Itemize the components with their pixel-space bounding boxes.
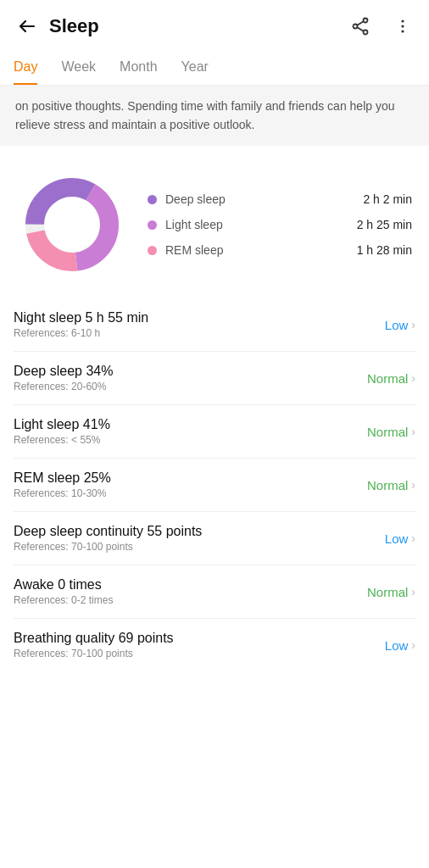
stat-night-sleep-ref: References: 6-10 h (14, 327, 148, 339)
svg-point-0 (364, 19, 368, 23)
stat-deep-continuity-status: Low (385, 531, 409, 546)
svg-point-7 (401, 30, 404, 32)
stat-awake-ref: References: 0-2 times (14, 594, 113, 606)
chevron-icon-2: › (411, 371, 415, 385)
stat-light-sleep-ref: References: < 55% (14, 434, 110, 446)
stat-light-sleep[interactable]: Light sleep 41% References: < 55% Normal… (14, 405, 415, 459)
stat-rem-sleep-main: REM sleep 25% (14, 470, 111, 486)
stat-awake-main: Awake 0 times (14, 577, 113, 593)
stat-rem-sleep-ref: References: 10-30% (14, 487, 111, 499)
chevron-icon: › (411, 318, 415, 331)
stat-light-sleep-status: Normal (367, 425, 408, 439)
stat-breathing-quality[interactable]: Breathing quality 69 points References: … (14, 619, 415, 671)
more-icon (393, 17, 412, 36)
svg-point-1 (354, 25, 358, 29)
deep-sleep-value: 2 h 2 min (363, 192, 412, 206)
stat-night-sleep-main: Night sleep 5 h 55 min (14, 310, 148, 326)
tab-year[interactable]: Year (181, 49, 209, 85)
stat-night-sleep[interactable]: Night sleep 5 h 55 min References: 6-10 … (14, 298, 415, 352)
tabs-bar: Day Week Month Year (0, 49, 429, 86)
chevron-icon-6: › (411, 585, 415, 598)
stat-night-sleep-status: Low (385, 318, 409, 332)
stat-light-sleep-main: Light sleep 41% (14, 417, 110, 432)
chevron-icon-7: › (411, 638, 415, 652)
back-arrow-icon (17, 16, 37, 36)
header-icons (346, 12, 415, 41)
donut-chart (17, 170, 127, 280)
sleep-legend: Deep sleep 2 h 2 min Light sleep 2 h 25 … (148, 192, 412, 257)
chevron-icon-5: › (411, 531, 415, 545)
legend-light-sleep: Light sleep 2 h 25 min (148, 218, 412, 231)
deep-sleep-label: Deep sleep (165, 192, 354, 206)
header: Sleep (0, 0, 429, 49)
stat-deep-sleep-ref: References: 20-60% (14, 381, 113, 392)
stat-rem-sleep[interactable]: REM sleep 25% References: 10-30% Normal … (14, 459, 415, 512)
stat-deep-sleep-main: Deep sleep 34% (14, 364, 113, 379)
tab-week[interactable]: Week (61, 49, 96, 85)
stat-deep-sleep[interactable]: Deep sleep 34% References: 20-60% Normal… (14, 352, 415, 405)
back-button[interactable] (14, 13, 41, 40)
chevron-icon-4: › (411, 478, 415, 492)
svg-point-2 (364, 31, 368, 35)
svg-point-6 (401, 25, 404, 27)
chart-section: Deep sleep 2 h 2 min Light sleep 2 h 25 … (0, 146, 429, 298)
rem-sleep-label: REM sleep (165, 243, 348, 257)
svg-point-5 (401, 19, 404, 22)
stats-section: Night sleep 5 h 55 min References: 6-10 … (0, 298, 429, 671)
light-sleep-value: 2 h 25 min (357, 218, 412, 231)
light-sleep-dot (148, 220, 157, 230)
chevron-icon-3: › (411, 425, 415, 438)
rem-sleep-dot (148, 246, 157, 255)
share-icon (349, 15, 371, 37)
legend-rem-sleep: REM sleep 1 h 28 min (148, 243, 412, 257)
stat-awake-status: Normal (367, 585, 408, 599)
svg-point-12 (45, 198, 99, 252)
svg-line-4 (357, 27, 363, 31)
stat-deep-sleep-continuity[interactable]: Deep sleep continuity 55 points Referenc… (14, 512, 415, 565)
tip-content: on positive thoughts. Spending time with… (15, 99, 395, 131)
stat-breathing-status: Low (385, 638, 409, 653)
stat-breathing-main: Breathing quality 69 points (14, 631, 174, 646)
page-title: Sleep (49, 15, 99, 37)
tip-text: on positive thoughts. Spending time with… (0, 86, 429, 146)
stat-deep-continuity-main: Deep sleep continuity 55 points (14, 524, 202, 539)
svg-line-3 (357, 21, 363, 25)
stat-deep-continuity-ref: References: 70-100 points (14, 541, 202, 553)
share-button[interactable] (346, 12, 375, 41)
tab-month[interactable]: Month (120, 49, 157, 85)
tab-day[interactable]: Day (14, 49, 37, 85)
legend-deep-sleep: Deep sleep 2 h 2 min (148, 192, 412, 206)
more-button[interactable] (390, 14, 415, 39)
header-left: Sleep (14, 13, 99, 40)
stat-deep-sleep-status: Normal (367, 371, 408, 386)
rem-sleep-value: 1 h 28 min (357, 243, 412, 257)
stat-awake[interactable]: Awake 0 times References: 0-2 times Norm… (14, 565, 415, 619)
stat-rem-sleep-status: Normal (367, 478, 408, 492)
deep-sleep-dot (148, 195, 157, 204)
light-sleep-label: Light sleep (165, 218, 348, 231)
stat-breathing-ref: References: 70-100 points (14, 648, 174, 659)
